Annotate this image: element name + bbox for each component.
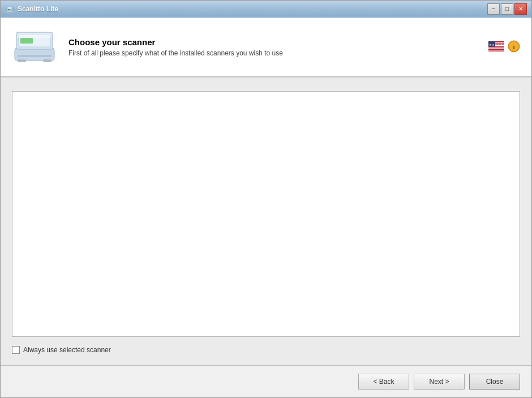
page-title: Choose your scanner — [68, 37, 483, 47]
us-flag-icon[interactable]: ★★★★★★ — [488, 41, 504, 53]
always-use-checkbox[interactable] — [12, 346, 20, 354]
svg-rect-8 — [18, 33, 52, 38]
close-titlebar-button[interactable]: ✕ — [514, 3, 527, 15]
svg-text:★★★★★★: ★★★★★★ — [489, 43, 504, 46]
window-controls: − □ ✕ — [487, 3, 527, 15]
always-use-checkbox-area: Always use selected scanner — [12, 344, 520, 356]
svg-rect-10 — [18, 59, 26, 62]
scanner-image — [12, 27, 57, 67]
scanner-list[interactable] — [12, 91, 520, 337]
svg-rect-4 — [15, 48, 54, 60]
svg-rect-19 — [488, 46, 504, 47]
maximize-button[interactable]: □ — [501, 3, 513, 15]
svg-rect-20 — [488, 47, 504, 48]
svg-rect-21 — [488, 48, 504, 49]
app-icon — [5, 5, 14, 14]
main-content: Always use selected scanner — [1, 77, 531, 365]
page-subtitle: First of all please specify what of the … — [68, 49, 483, 57]
svg-rect-22 — [488, 49, 504, 49]
title-bar: Scanitto Lite − □ ✕ — [1, 1, 531, 18]
next-button[interactable]: Next > — [414, 374, 465, 390]
svg-rect-7 — [20, 38, 33, 44]
main-window: Scanitto Lite − □ ✕ — [0, 0, 532, 398]
svg-rect-24 — [488, 50, 504, 51]
back-button[interactable]: < Back — [358, 374, 409, 390]
close-button[interactable]: Close — [469, 374, 520, 390]
footer: < Back Next > Close — [1, 365, 531, 397]
info-icon[interactable]: i — [508, 40, 520, 54]
minimize-button[interactable]: − — [487, 3, 500, 15]
header-text-block: Choose your scanner First of all please … — [68, 37, 483, 57]
svg-rect-9 — [18, 55, 52, 57]
svg-rect-11 — [43, 59, 52, 62]
always-use-label: Always use selected scanner — [23, 346, 111, 354]
flag-area: ★★★★★★ i — [488, 40, 520, 54]
svg-rect-3 — [6, 11, 14, 12]
svg-rect-23 — [488, 50, 504, 50]
svg-rect-2 — [8, 9, 10, 10]
window-title: Scanitto Lite — [18, 5, 487, 13]
svg-rect-1 — [7, 7, 12, 9]
svg-text:i: i — [513, 44, 514, 50]
header-area: Choose your scanner First of all please … — [1, 18, 531, 77]
